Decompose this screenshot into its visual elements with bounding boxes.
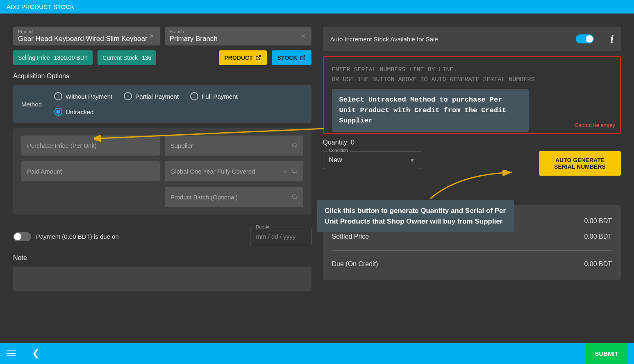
auto-increment-toggle[interactable] — [576, 34, 594, 43]
due-at-field[interactable]: Due At mm / dd / yyyy — [250, 228, 311, 245]
radio-icon — [54, 92, 62, 100]
quantity-label: Quantity: 0 — [323, 139, 621, 146]
product-button-label: PRODUCT — [225, 54, 253, 61]
branch-value: Primary Branch — [170, 35, 307, 43]
svg-point-2 — [292, 143, 296, 147]
info-icon[interactable]: i — [610, 32, 614, 45]
clear-product-icon[interactable]: × — [150, 32, 154, 41]
divider — [332, 250, 612, 251]
svg-line-1 — [302, 56, 305, 58]
back-icon[interactable]: ❮ — [32, 348, 39, 359]
fields-panel: Purchase Price (Per Unit) Supplier Paid … — [13, 128, 311, 215]
stock-button[interactable]: STOCK — [272, 50, 311, 65]
radio-label: Untracked — [66, 109, 93, 115]
due-at-placeholder: mm / dd / yyyy — [256, 233, 296, 240]
clear-branch-icon[interactable]: × — [301, 32, 306, 41]
radio-icon — [190, 92, 198, 100]
due-at-label: Due At — [255, 224, 271, 229]
product-field[interactable]: Product Gear Head Keyboard Wired Slim Ke… — [13, 27, 160, 45]
radio-without-payment[interactable]: Without Payment — [54, 92, 112, 100]
selling-price-badge: Selling Price 1800.00 BDT — [13, 50, 93, 65]
selling-price-value: 1800.00 BDT — [54, 54, 88, 61]
radio-label: Without Payment — [66, 93, 112, 100]
product-batch-input[interactable]: Product Batch (Optional) — [165, 187, 303, 207]
left-column: Product Gear Head Keyboard Wired Slim Ke… — [13, 27, 311, 326]
serial-numbers-textarea[interactable]: ENTER SERIAL NUMBERS LINE BY LINE. OR US… — [323, 56, 621, 134]
auto-generate-button[interactable]: AUTO GENERATE SERIAL NUMBERS — [539, 151, 621, 176]
page-title: ADD PRODUCT STOCK — [7, 3, 74, 10]
condition-label: Condition — [327, 148, 350, 153]
warranty-input[interactable]: Global One Year Fully Covered × — [165, 161, 303, 181]
branch-field[interactable]: Branch Primary Branch × — [165, 27, 311, 45]
condition-select[interactable]: Condition New ▼ — [323, 151, 421, 169]
right-column: Auto Increment Stock Available for Sale … — [323, 27, 621, 326]
radio-partial-payment[interactable]: Partial Payment — [124, 92, 179, 100]
price-value: 0.00 BDT — [584, 217, 612, 225]
current-stock-value: 136 — [142, 54, 151, 61]
placeholder-text: Product Batch (Optional) — [170, 194, 238, 201]
supplier-input[interactable]: Supplier — [165, 136, 303, 156]
search-icon[interactable] — [292, 194, 298, 201]
selling-price-label: Selling Price — [18, 54, 50, 61]
product-button[interactable]: PRODUCT — [219, 50, 267, 65]
external-link-icon — [300, 55, 306, 61]
svg-point-6 — [292, 194, 296, 198]
close-icon[interactable]: × — [283, 168, 286, 175]
radio-icon — [54, 108, 62, 116]
warranty-value: Global One Year Fully Covered — [170, 168, 255, 175]
search-icon[interactable] — [292, 142, 298, 149]
external-link-icon — [255, 55, 261, 61]
acquisition-title: Acquisition Options — [13, 72, 311, 80]
menu-icon[interactable] — [7, 349, 16, 358]
svg-line-3 — [295, 146, 297, 147]
price-value: 0.00 BDT — [584, 233, 612, 240]
radio-full-payment[interactable]: Full Payment — [190, 92, 238, 100]
current-stock-label: Current Stock — [102, 54, 138, 61]
price-label: Due (On Credit) — [332, 260, 378, 268]
price-value: 0.00 BDT — [584, 260, 612, 268]
tooltip-autogen: Click this button to generate Quantity a… — [317, 200, 514, 232]
search-icon[interactable] — [292, 168, 298, 175]
serial-error-text: Cannot be empty — [575, 121, 615, 130]
serial-placeholder-line: OR USE THE BUTTON ABOVE TO AUTO GENERATE… — [332, 75, 612, 85]
stock-button-label: STOCK — [277, 54, 298, 61]
price-label: Settled Price — [332, 233, 369, 240]
payment-due-toggle[interactable] — [13, 232, 31, 241]
condition-value: New — [329, 156, 342, 163]
due-row: Due (On Credit) 0.00 BDT — [332, 256, 612, 272]
svg-line-5 — [295, 172, 297, 173]
placeholder-text: Purchase Price (Per Unit) — [27, 142, 97, 149]
current-stock-badge: Current Stock 136 — [98, 50, 156, 65]
tooltip-untracked: Select Untracked Method to purchase Per … — [332, 89, 529, 132]
radio-icon — [124, 92, 132, 100]
payment-due-label: Payment (0.00 BDT) is due on — [36, 233, 119, 240]
submit-button[interactable]: SUBMIT — [586, 343, 628, 364]
product-value: Gear Head Keyboard Wired Slim Keyboar — [18, 35, 155, 43]
paid-amount-input[interactable]: Paid Amount — [21, 161, 160, 181]
placeholder-text: Supplier — [170, 142, 193, 149]
method-panel: Method Without Payment Partial Payment F… — [13, 85, 311, 123]
product-label: Product — [18, 29, 155, 34]
radio-label: Partial Payment — [135, 93, 179, 100]
note-textarea[interactable] — [13, 267, 311, 291]
svg-line-0 — [258, 56, 260, 58]
chevron-down-icon: ▼ — [409, 157, 415, 163]
svg-line-7 — [295, 198, 297, 199]
radio-label: Full Payment — [202, 93, 238, 100]
auto-increment-row: Auto Increment Stock Available for Sale … — [323, 27, 621, 51]
placeholder-text: Paid Amount — [27, 168, 62, 175]
radio-untracked[interactable]: Untracked — [54, 108, 112, 116]
branch-label: Branch — [170, 29, 307, 34]
bottom-bar: ❮ SUBMIT — [0, 343, 634, 364]
serial-placeholder-line: ENTER SERIAL NUMBERS LINE BY LINE. — [332, 65, 612, 75]
note-label: Note — [13, 254, 311, 262]
auto-increment-label: Auto Increment Stock Available for Sale — [330, 36, 438, 43]
method-label: Method — [21, 101, 46, 108]
svg-point-4 — [292, 169, 296, 172]
page-title-bar: ADD PRODUCT STOCK — [0, 0, 634, 14]
purchase-price-input[interactable]: Purchase Price (Per Unit) — [21, 136, 160, 156]
